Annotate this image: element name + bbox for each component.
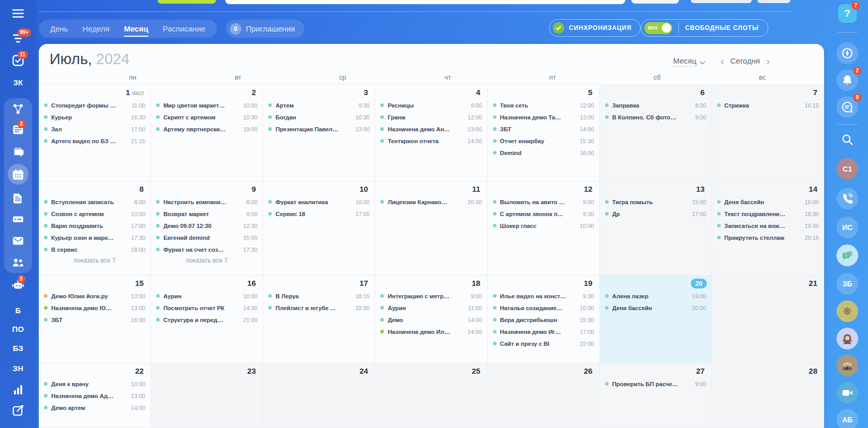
event-item[interactable]: Интеграцию с метр…9:00	[375, 290, 487, 302]
day-cell-19[interactable]: 19Илье видео на конст…9:30Наталья созида…	[488, 276, 600, 363]
event-item[interactable]: Структура и перед…21:00	[151, 314, 262, 326]
drive-icon[interactable]	[0, 213, 36, 225]
event-item[interactable]: Сервис 1817:00	[263, 208, 375, 220]
event-item[interactable]: Фуркат на счет соз…17:30	[151, 243, 262, 255]
event-item[interactable]: Зал17:00	[39, 123, 150, 135]
event-item[interactable]: Возврат маркет9:00	[151, 208, 262, 220]
day-cell-7[interactable]: 7Стрижка16:15	[712, 85, 824, 181]
tab-расписание[interactable]: Расписание	[163, 24, 206, 33]
event-item[interactable]: Вера дистрибьюшн15:30	[488, 314, 599, 326]
day-cell-4[interactable]: 4Ресницы9:00Гранж12:00Назначена демо Ан……	[375, 85, 487, 181]
messenger-icon[interactable]	[0, 146, 36, 158]
event-item[interactable]: Твоя сеть12:00	[488, 99, 599, 111]
event-item[interactable]: Курьер озон и марк…17:30	[39, 232, 150, 243]
day-cell-20[interactable]: 20Алена лазер16:00Деня бассейн20:00	[600, 276, 712, 363]
show-all-link[interactable]: показать все 7	[151, 257, 262, 264]
event-item[interactable]: Демо артем14:00	[39, 402, 150, 414]
event-item[interactable]: В сервис18:00	[39, 243, 150, 255]
search-bar-fragment[interactable]	[225, 0, 625, 4]
event-item[interactable]: Гранж12:00	[375, 111, 487, 123]
compose-icon[interactable]	[0, 404, 36, 417]
event-item[interactable]: Деня к врачу10:00	[39, 378, 150, 390]
day-cell-6[interactable]: 6Заправка8:30В Колпино. Сб фото…9:00	[600, 85, 712, 181]
event-item[interactable]: Demind16:00	[488, 147, 599, 159]
event-item[interactable]: Текст поздравлени…18:30	[712, 208, 824, 220]
day-cell-5[interactable]: 5Твоя сеть12:00Назначена демо Та…13:00ЗБ…	[488, 85, 600, 181]
day-cell-8[interactable]: 8Вступления записать8:00Созвон с артемом…	[39, 181, 151, 276]
avatar-crest[interactable]	[827, 300, 868, 322]
event-item[interactable]: Прикрутить стеллаж20:15	[712, 232, 824, 243]
event-item[interactable]: Мир цветов маркет…10:00	[151, 99, 262, 111]
avatar-ис[interactable]: ИС	[827, 217, 868, 238]
day-cell-24[interactable]: 24	[263, 363, 375, 428]
day-cell-28[interactable]: 28	[712, 363, 824, 428]
event-item[interactable]: Варю поздравить17:00	[39, 220, 150, 232]
event-item[interactable]: Богдан10:30	[263, 111, 375, 123]
event-item[interactable]: Посмотреть отчет РК14:30	[151, 302, 262, 314]
event-item[interactable]: Евгений demind15:00	[151, 232, 262, 243]
event-item[interactable]: Плейлист в ютубе …22:00	[263, 302, 375, 314]
event-item[interactable]: Тенткрион отчета14:00	[375, 135, 487, 147]
day-cell-16[interactable]: 16Аурин10:00Посмотреть отчет РК14:30Стру…	[151, 276, 263, 363]
event-item[interactable]: Выложить на авито …9:00	[488, 196, 599, 208]
sidebar-item-б[interactable]: Б	[0, 304, 36, 316]
create-button-fragment[interactable]	[158, 0, 216, 4]
mail-icon[interactable]	[0, 235, 36, 247]
people-icon[interactable]	[0, 256, 36, 269]
day-cell-14[interactable]: 14Деня бассейн16:00Текст поздравлени…18:…	[712, 181, 824, 276]
event-item[interactable]: Тигра помыть15:00	[600, 196, 711, 208]
sync-button[interactable]: СИНХРОНИЗАЦИЯ	[549, 19, 641, 37]
sidebar-item-бз[interactable]: БЗ	[0, 342, 36, 354]
invitations-button[interactable]: 0 Приглашения	[226, 20, 304, 38]
search-button[interactable]	[827, 133, 868, 148]
event-item[interactable]: ЗБТ14:00	[488, 123, 599, 135]
avatar-woman[interactable]	[827, 328, 868, 349]
day-cell-11[interactable]: 11Лицензии Карнако…20:30	[375, 181, 487, 276]
event-item[interactable]: Созвон с артемом10:00	[39, 208, 150, 220]
event-item[interactable]: Аурин10:00	[151, 290, 262, 302]
news-icon[interactable]: 2	[0, 124, 36, 136]
event-item[interactable]: Проверить БП расче…9:00	[600, 378, 711, 390]
day-cell-1[interactable]: 1июлСтопкредит формы …11:00Курьер16:30За…	[39, 85, 151, 181]
event-item[interactable]: Наталья созидание…10:00	[488, 302, 599, 314]
share-icon[interactable]	[0, 103, 36, 115]
event-item[interactable]: Стрижка16:15	[712, 99, 824, 111]
event-item[interactable]: Деня бассейн16:00	[712, 196, 824, 208]
event-item[interactable]: Демо 09.07 12:3012:30	[151, 220, 262, 232]
event-item[interactable]: Фуркат аналитика10:00	[263, 196, 375, 208]
event-item[interactable]: В Колпино. Сб фото…9:00	[600, 111, 711, 123]
event-item[interactable]: Скрипт с артемом10:30	[151, 111, 262, 123]
free-slots-toggle[interactable]: ВКЛ	[644, 22, 672, 34]
event-item[interactable]: Назначена демо Ил…14:00	[375, 326, 487, 338]
next-button[interactable]: ›	[766, 55, 770, 66]
view-selector[interactable]: Месяц	[673, 56, 705, 67]
event-item[interactable]: Шокер гласс10:00	[488, 220, 599, 232]
event-item[interactable]: Лицензии Карнако…20:30	[375, 196, 487, 208]
avatar-зб[interactable]: ЗБ	[827, 273, 868, 295]
event-item[interactable]: Артему пвртнерски…19:00	[151, 123, 262, 135]
tab-день[interactable]: День	[50, 24, 68, 33]
event-item[interactable]: Заправка8:30	[600, 99, 711, 111]
event-item[interactable]: Ресницы9:00	[375, 99, 487, 111]
phone-button[interactable]	[827, 188, 868, 209]
day-cell-17[interactable]: 17В Леруа18:15Плейлист в ютубе …22:00	[263, 276, 375, 363]
free-slots-label[interactable]: СВОБОДНЫЕ СЛОТЫ	[685, 24, 758, 32]
day-cell-12[interactable]: 12Выложить на авито …9:00С артемом звоно…	[488, 181, 600, 276]
tab-месяц[interactable]: Месяц	[124, 24, 148, 33]
event-item[interactable]: Записаться на вож…19:30	[712, 220, 824, 232]
day-cell-22[interactable]: 22Деня к врачу10:00Назначена демо Ад…13:…	[39, 363, 151, 428]
show-all-link[interactable]: показать все 7	[39, 257, 150, 264]
event-item[interactable]: Аурин11:00	[375, 302, 487, 314]
chatlines-button[interactable]: 9	[827, 96, 868, 118]
event-item[interactable]: Презентация Павел…13:00	[263, 123, 375, 135]
event-item[interactable]: Артем9:30	[263, 99, 375, 111]
tab-неделя[interactable]: Неделя	[83, 24, 110, 33]
event-item[interactable]: Назначена демо Ан…13:00	[375, 123, 487, 135]
today-button[interactable]: Сегодня	[731, 56, 761, 65]
event-item[interactable]: Вступления записать8:00	[39, 196, 150, 208]
chatteal-button[interactable]	[827, 244, 868, 266]
event-item[interactable]: С артемом звонок п…9:30	[488, 208, 599, 220]
compass-button[interactable]	[827, 42, 868, 64]
calendar-icon[interactable]	[0, 169, 36, 181]
help-button[interactable]: ?7	[827, 4, 868, 23]
